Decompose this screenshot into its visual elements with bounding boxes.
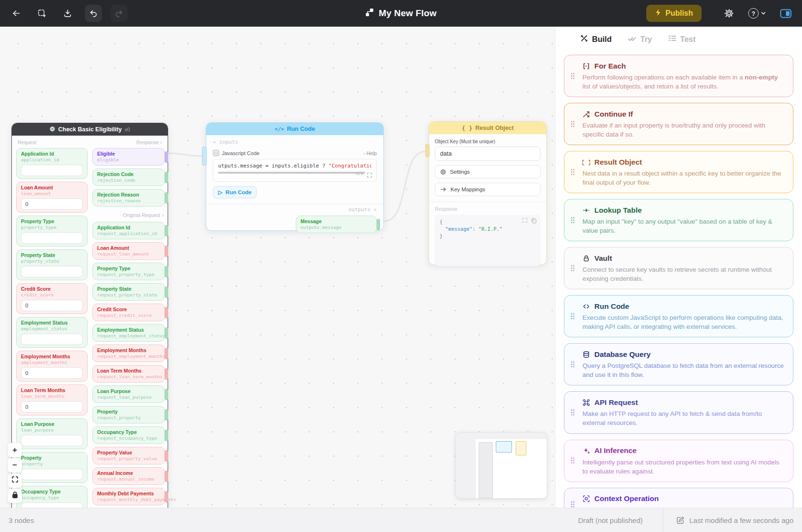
field-outputs.message[interactable]: Messageoutputs.message [296, 216, 377, 233]
palette-card-result-object[interactable]: { }Result ObjectNest data in a result ob… [564, 151, 793, 193]
inputs-label[interactable]: » inputs [206, 135, 383, 146]
node-run-code[interactable]: </> Run Code » inputs {} Javascript Code… [206, 122, 384, 231]
field-request-loan-term-months[interactable]: Loan Term Monthsrequest_loan_term_months [92, 365, 165, 383]
redo-button[interactable] [110, 5, 128, 22]
connector-nub[interactable] [165, 151, 168, 163]
connector-nub[interactable] [165, 368, 168, 380]
connector-nub[interactable] [165, 266, 168, 277]
field-input[interactable] [21, 502, 83, 508]
palette-card-for-each[interactable]: For EachPerform following operations on … [564, 55, 793, 97]
drag-handle-icon[interactable] [571, 120, 575, 127]
zoom-out-button[interactable]: − [8, 458, 22, 473]
field-request-property-value[interactable]: Property Valuerequest_property_value [92, 447, 165, 464]
field-request-property-state[interactable]: Property Staterequest_property_state [92, 283, 165, 301]
field-loan-purpose[interactable]: Loan Purposeloan_purpose [16, 418, 88, 449]
object-key-input[interactable] [435, 147, 541, 161]
field-input[interactable]: 0 [21, 198, 83, 210]
key-mappings-button[interactable]: Key Mappings [435, 183, 541, 196]
expand-icon[interactable] [367, 171, 372, 180]
tab-test[interactable]: Test [668, 35, 696, 44]
tab-build[interactable]: Build [580, 34, 612, 44]
code-format-icon[interactable]: </> [356, 171, 363, 180]
horizontal-scrollbar[interactable] [218, 172, 365, 174]
connector-nub[interactable] [165, 430, 168, 441]
field-input[interactable]: 0 [21, 367, 83, 379]
tab-try[interactable]: Try [628, 35, 652, 44]
input-connector[interactable] [425, 144, 430, 157]
palette-card-ai-inference[interactable]: AI InferenceIntelligently parse out stru… [564, 440, 793, 482]
field-request-loan-amount[interactable]: Loan Amountrequest_loan_amount [92, 242, 165, 260]
drag-handle-icon[interactable] [571, 501, 575, 507]
connector-nub[interactable] [165, 348, 168, 359]
lock-button[interactable] [8, 489, 22, 503]
field-input[interactable] [21, 334, 83, 345]
help-button[interactable]: ? [746, 5, 768, 22]
field-application-id[interactable]: Application Idapplication_id [16, 148, 88, 179]
field-employment-months[interactable]: Employment Monthsemployment_months0 [16, 351, 88, 382]
field-input[interactable] [21, 469, 83, 480]
field-input[interactable] [21, 266, 83, 277]
palette-card-context-operation[interactable]: Context OperationRead, update, or delete… [564, 488, 793, 508]
connector-nub[interactable] [165, 389, 168, 400]
field-input[interactable] [21, 165, 83, 176]
field-request-monthly-debt-payments[interactable]: Monthly Debt Paymentsrequest_monthly_deb… [92, 488, 165, 505]
node-header[interactable]: { } Result Object [429, 122, 546, 134]
field-request-property-type[interactable]: Property Typerequest_property_type [92, 263, 165, 280]
node-check-basic-eligibility[interactable]: Check Basic Eligibility v0 Request Respo… [11, 123, 168, 508]
minimap[interactable] [455, 432, 547, 499]
field-property[interactable]: Propertyproperty [16, 452, 88, 483]
settings-button[interactable] [721, 5, 738, 22]
connector-nub[interactable] [165, 246, 168, 257]
field-credit-score[interactable]: Credit Scorecredit_score0 [16, 283, 88, 314]
help-link[interactable]: › Help [363, 150, 377, 156]
expand-icon[interactable] [522, 217, 528, 226]
connector-nub[interactable] [165, 172, 168, 183]
palette-card-database-query[interactable]: Database QueryQuery a PostgreSQL databas… [564, 343, 793, 385]
field-request-application-id[interactable]: Application Idrequest_application_id [92, 222, 165, 239]
field-request-property[interactable]: Propertyrequest_property [92, 406, 165, 424]
field-input[interactable] [21, 435, 83, 446]
connector-nub[interactable] [165, 471, 168, 482]
toggle-panel-button[interactable] [777, 5, 794, 22]
field-eligible[interactable]: Eligibleeligible [92, 148, 165, 166]
drag-handle-icon[interactable] [571, 313, 575, 319]
palette-card-run-code[interactable]: Run CodeExecute custom JavaScript to per… [564, 295, 793, 337]
fit-view-button[interactable] [8, 473, 22, 488]
download-button[interactable] [59, 5, 76, 22]
drag-handle-icon[interactable] [571, 409, 575, 415]
palette-card-vault[interactable]: VaultConnect to secure key vaults to ret… [564, 247, 793, 289]
node-result-object[interactable]: { } Result Object Object Key (Must be un… [429, 121, 547, 265]
undo-button[interactable] [85, 5, 102, 22]
connector-nub[interactable] [165, 450, 168, 462]
palette-card-lookup-table[interactable]: Lookup TableMap an input "key" to any ou… [564, 199, 793, 241]
field-property-state[interactable]: Property Stateproperty_state [16, 249, 88, 280]
field-input[interactable]: 0 [21, 300, 83, 311]
field-loan-term-months[interactable]: Loan Term Monthsloan_term_months0 [16, 384, 88, 415]
flow-canvas[interactable]: Check Basic Eligibility v0 Request Respo… [0, 27, 555, 508]
drag-handle-icon[interactable] [571, 72, 575, 79]
copy-icon[interactable] [531, 217, 537, 226]
field-rejection-code[interactable]: Rejection Coderejection_code [92, 168, 165, 186]
palette-card-continue-if[interactable]: Continue IfEvaluate if an input property… [564, 103, 793, 145]
field-request-employment-status[interactable]: Employment Statusrequest_employment_stat… [92, 324, 165, 342]
connector-nub[interactable] [165, 307, 168, 318]
palette-card-api-request[interactable]: API RequestMake an HTTP request to any A… [564, 391, 793, 433]
field-rejection-reason[interactable]: Rejection Reasonrejection_reason [92, 189, 165, 207]
field-request-employment-months[interactable]: Employment Monthsrequest_employment_mont… [92, 345, 165, 362]
field-input[interactable] [21, 232, 83, 244]
field-request-credit-score[interactable]: Credit Scorerequest_credit_score [92, 304, 165, 321]
input-connector[interactable] [202, 147, 207, 166]
select-area-button[interactable] [33, 5, 50, 22]
response-label-group[interactable]: Response › [136, 139, 162, 145]
field-request-occupancy-type[interactable]: Occupancy Typerequest_occupancy_type [92, 426, 165, 444]
drag-handle-icon[interactable] [571, 457, 575, 463]
drag-handle-icon[interactable] [571, 217, 575, 223]
field-request-annual-income[interactable]: Annual Incomerequest_annual_income [92, 467, 165, 485]
drag-handle-icon[interactable] [571, 361, 575, 367]
code-editor[interactable]: utputs.message = inputs.eligible ? "Cong… [213, 159, 377, 182]
field-input[interactable]: 0 [21, 401, 83, 413]
connector-nub[interactable] [165, 409, 168, 421]
outputs-label[interactable]: outputs » [206, 204, 383, 215]
connector-nub[interactable] [165, 327, 168, 339]
connector-nub[interactable] [165, 192, 168, 204]
